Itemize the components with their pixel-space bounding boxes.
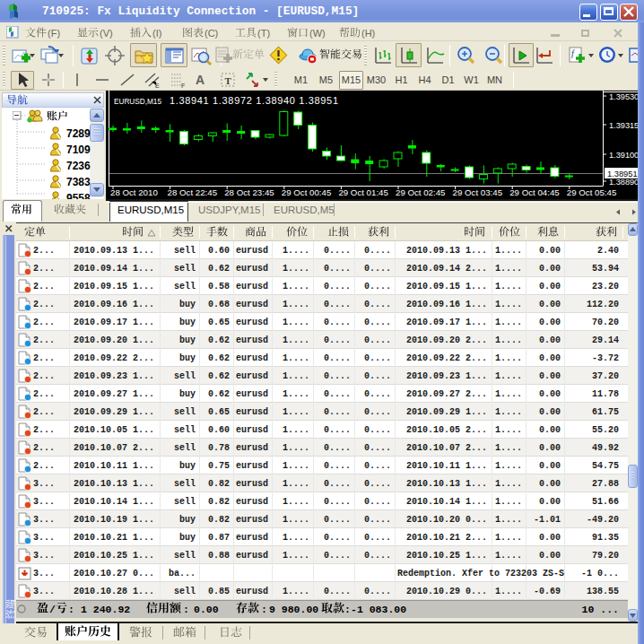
svg-text:29 Oct 01:45: 29 Oct 01:45 — [338, 187, 387, 197]
svg-text:F: F — [181, 83, 185, 89]
svg-text:29 Oct 00:45: 29 Oct 00:45 — [282, 187, 331, 197]
svg-text:1.38951: 1.38951 — [607, 170, 638, 178]
svg-text:29 Oct 03:45: 29 Oct 03:45 — [453, 187, 502, 197]
svg-text:28 Oct 22:45: 28 Oct 22:45 — [168, 187, 217, 197]
svg-text:29 Oct 02:45: 29 Oct 02:45 — [396, 187, 445, 197]
svg-text:1.39530: 1.39530 — [609, 92, 639, 101]
svg-text:28 Oct 2010: 28 Oct 2010 — [110, 187, 158, 197]
svg-text:T: T — [225, 75, 232, 86]
svg-text:E: E — [155, 83, 160, 89]
svg-text:29 Oct 05:45: 29 Oct 05:45 — [567, 187, 616, 197]
svg-text:1.38941 1.38972 1.38940 1.3895: 1.38941 1.38972 1.38940 1.38951 — [170, 95, 338, 106]
svg-text:29 Oct 04:45: 29 Oct 04:45 — [509, 187, 559, 197]
svg-text:1.39315: 1.39315 — [609, 121, 639, 130]
svg-text:28 Oct 23:45: 28 Oct 23:45 — [224, 187, 274, 197]
svg-text:1.39100: 1.39100 — [609, 151, 639, 160]
svg-text:EURUSD,M15: EURUSD,M15 — [114, 96, 161, 106]
